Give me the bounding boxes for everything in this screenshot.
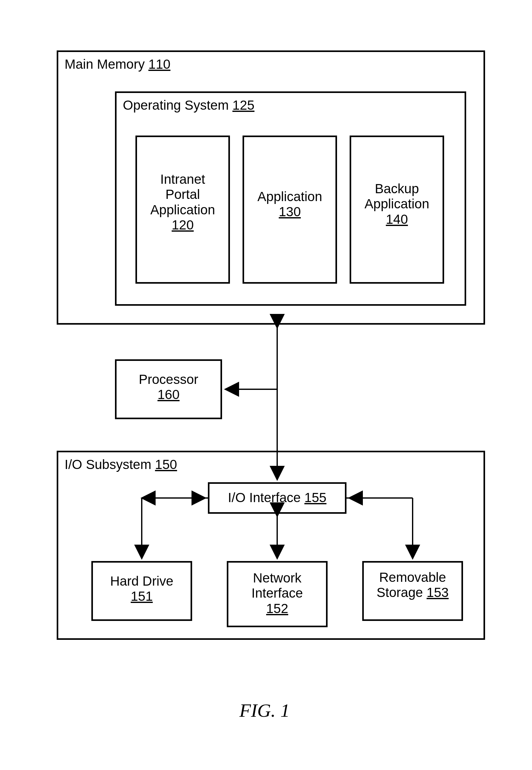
io-subsystem-ref: 150 — [155, 457, 177, 472]
removable-storage-label: Removable Storage 153 — [362, 570, 463, 601]
figure-label: FIG. 1 — [239, 700, 290, 721]
intranet-l3: Application — [150, 202, 215, 217]
backup-l2: Application — [364, 196, 429, 211]
io-subsystem-name: I/O Subsystem — [65, 457, 151, 472]
network-ref: 152 — [266, 601, 288, 616]
intranet-app-label: Intranet Portal Application 120 — [135, 172, 230, 233]
removable-l1: Removable — [379, 570, 446, 585]
operating-system-label: Operating System 125 — [123, 98, 255, 113]
backup-l1: Backup — [375, 181, 419, 196]
hard-drive-name: Hard Drive — [110, 574, 174, 589]
processor-label: Processor 160 — [115, 372, 222, 403]
hard-drive-ref: 151 — [131, 589, 153, 604]
backup-app-label: Backup Application 140 — [350, 181, 444, 227]
operating-system-ref: 125 — [232, 98, 255, 112]
removable-ref: 153 — [426, 585, 449, 600]
intranet-l2: Portal — [165, 187, 200, 202]
operating-system-name: Operating System — [123, 98, 229, 112]
removable-l2-ref: Storage 153 — [377, 585, 449, 600]
backup-ref: 140 — [386, 212, 408, 227]
diagram-canvas: Main Memory 110 Operating System 125 Int… — [0, 0, 532, 770]
application-ref: 130 — [279, 204, 301, 219]
processor-ref: 160 — [157, 387, 180, 402]
intranet-ref: 120 — [172, 217, 194, 232]
processor-name: Processor — [139, 372, 198, 387]
io-subsystem-label: I/O Subsystem 150 — [65, 457, 177, 472]
main-memory-label: Main Memory 110 — [65, 57, 170, 72]
io-interface-name: I/O Interface — [228, 490, 301, 505]
network-interface-label: Network Interface 152 — [227, 571, 328, 616]
application-l1: Application — [257, 189, 322, 204]
intranet-l1: Intranet — [160, 172, 205, 187]
io-interface-ref: 155 — [304, 490, 326, 505]
hard-drive-label: Hard Drive 151 — [91, 574, 192, 604]
io-interface-label: I/O Interface 155 — [208, 490, 346, 505]
network-l2: Interface — [251, 586, 303, 601]
removable-l2: Storage — [377, 585, 423, 600]
application-label: Application 130 — [243, 189, 337, 220]
main-memory-name: Main Memory — [65, 57, 145, 72]
network-l1: Network — [253, 571, 301, 585]
main-memory-ref: 110 — [148, 57, 170, 72]
